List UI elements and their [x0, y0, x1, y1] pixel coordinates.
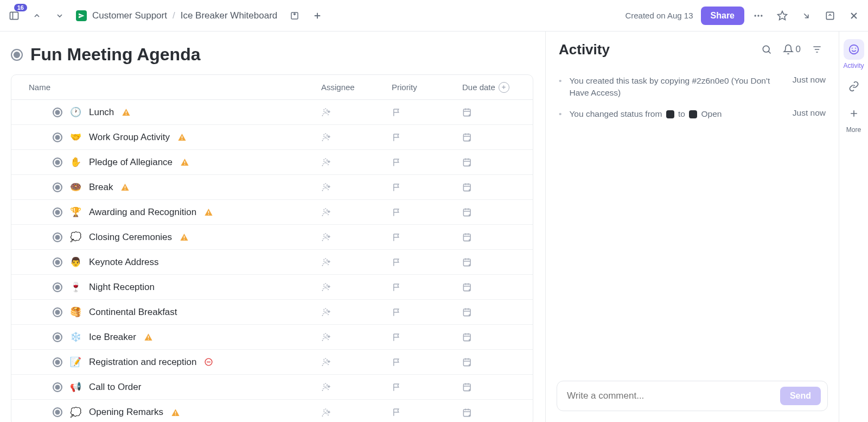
subtask-status-icon[interactable]: [53, 133, 62, 142]
priority-cell[interactable]: [392, 307, 462, 317]
subtask-status-icon[interactable]: [53, 332, 62, 342]
column-due-header[interactable]: Due date: [462, 83, 495, 92]
assignee-cell[interactable]: [321, 232, 392, 242]
assignee-cell[interactable]: [321, 132, 392, 142]
subtask-row[interactable]: 💭Opening Remarks: [11, 400, 533, 422]
search-activity-button[interactable]: [757, 40, 776, 59]
subtask-name[interactable]: Closing Ceremonies: [89, 232, 172, 243]
breadcrumb-parent[interactable]: Customer Support: [92, 10, 167, 21]
assignee-cell[interactable]: [321, 157, 392, 167]
due-date-cell[interactable]: [462, 132, 522, 142]
column-priority-header[interactable]: Priority: [392, 83, 462, 92]
subtask-name[interactable]: Opening Remarks: [89, 407, 163, 418]
due-date-cell[interactable]: [462, 157, 522, 167]
priority-cell[interactable]: [392, 232, 462, 242]
due-date-cell[interactable]: [462, 207, 522, 217]
subtask-row[interactable]: 🏆Awarding and Recognition: [11, 200, 533, 225]
due-date-cell[interactable]: [462, 257, 522, 267]
assignee-cell[interactable]: [321, 107, 392, 117]
subtask-status-icon[interactable]: [53, 108, 62, 117]
subtask-name[interactable]: Call to Order: [89, 382, 141, 393]
assignee-cell[interactable]: [321, 307, 392, 317]
priority-cell[interactable]: [392, 357, 462, 367]
subtask-name[interactable]: Break: [89, 182, 113, 193]
subtask-row[interactable]: 💭Closing Ceremonies: [11, 225, 533, 250]
assignee-cell[interactable]: [321, 357, 392, 367]
subtask-name[interactable]: Registration and reception: [89, 357, 196, 368]
subtask-name[interactable]: Night Reception: [89, 282, 155, 293]
rail-add-button[interactable]: More: [843, 103, 865, 134]
subtask-status-icon[interactable]: [53, 257, 62, 267]
due-date-cell[interactable]: [462, 182, 522, 192]
subtask-row[interactable]: 🥞Continental Breakfast: [11, 300, 533, 325]
task-title[interactable]: Fun Meeting Agenda: [30, 45, 200, 65]
subtask-row[interactable]: 🕐Lunch: [11, 100, 533, 125]
column-name-header[interactable]: Name: [29, 83, 321, 92]
rail-link-button[interactable]: [843, 76, 865, 97]
subtask-name[interactable]: Continental Breakfast: [89, 307, 177, 318]
assignee-cell[interactable]: [321, 332, 392, 342]
subtask-status-icon[interactable]: [53, 232, 62, 242]
filter-activity-button[interactable]: [807, 40, 827, 59]
due-date-cell[interactable]: [462, 332, 522, 342]
due-date-cell[interactable]: [462, 407, 522, 418]
rail-activity-button[interactable]: Activity: [843, 39, 865, 70]
subtask-name[interactable]: Ice Breaker: [89, 332, 136, 343]
assignee-cell[interactable]: [321, 282, 392, 292]
column-assignee-header[interactable]: Assignee: [321, 83, 392, 92]
assignee-cell[interactable]: [321, 382, 392, 392]
notifications-toggle[interactable]: 0: [783, 44, 801, 55]
subtask-name[interactable]: Awarding and Recognition: [89, 207, 196, 218]
due-date-cell[interactable]: [462, 232, 522, 242]
add-button[interactable]: [308, 6, 327, 26]
assignee-cell[interactable]: [321, 182, 392, 192]
next-task-button[interactable]: [50, 6, 69, 26]
assignee-cell[interactable]: [321, 207, 392, 217]
expand-button[interactable]: [820, 6, 840, 26]
breadcrumb-current[interactable]: Ice Breaker Whiteboard: [181, 10, 278, 21]
priority-cell[interactable]: [392, 332, 462, 342]
subtask-name[interactable]: Keynote Address: [89, 257, 159, 268]
subtask-row[interactable]: 🤝Work Group Activity: [11, 125, 533, 150]
subtask-row[interactable]: 👨Keynote Address: [11, 250, 533, 275]
send-button[interactable]: Send: [780, 387, 821, 405]
subtask-name[interactable]: Work Group Activity: [89, 132, 170, 143]
more-menu-button[interactable]: [749, 6, 768, 26]
subtask-status-icon[interactable]: [53, 158, 62, 167]
priority-cell[interactable]: [392, 133, 462, 142]
subtask-status-icon[interactable]: [53, 357, 62, 367]
subtask-name[interactable]: Pledge of Allegiance: [89, 157, 173, 168]
task-status-icon[interactable]: [11, 49, 23, 61]
priority-cell[interactable]: [392, 407, 462, 417]
priority-cell[interactable]: [392, 207, 462, 217]
priority-cell[interactable]: [392, 158, 462, 167]
assignee-cell[interactable]: [321, 257, 392, 267]
subtask-row[interactable]: ❄️Ice Breaker: [11, 325, 533, 350]
open-new-button[interactable]: [285, 6, 304, 26]
subtask-status-icon[interactable]: [53, 282, 62, 292]
due-date-cell[interactable]: [462, 107, 522, 117]
collapse-icon[interactable]: [796, 6, 816, 26]
due-date-cell[interactable]: [462, 382, 522, 392]
due-date-cell[interactable]: [462, 357, 522, 367]
subtask-name[interactable]: Lunch: [89, 107, 114, 118]
subtask-row[interactable]: 📢Call to Order: [11, 375, 533, 400]
due-date-cell[interactable]: [462, 282, 522, 292]
due-date-cell[interactable]: [462, 307, 522, 317]
add-column-button[interactable]: [499, 82, 509, 93]
subtask-status-icon[interactable]: [53, 307, 62, 317]
subtask-status-icon[interactable]: [53, 407, 62, 417]
subtask-row[interactable]: ✋Pledge of Allegiance: [11, 150, 533, 175]
subtask-status-icon[interactable]: [53, 207, 62, 217]
priority-cell[interactable]: [392, 257, 462, 267]
subtask-status-icon[interactable]: [53, 382, 62, 392]
comment-input[interactable]: [567, 390, 775, 401]
share-button[interactable]: Share: [701, 7, 744, 25]
subtask-row[interactable]: 🍩Break: [11, 175, 533, 200]
priority-cell[interactable]: [392, 182, 462, 192]
priority-cell[interactable]: [392, 282, 462, 292]
priority-cell[interactable]: [392, 382, 462, 392]
favorite-button[interactable]: [773, 6, 792, 26]
subtask-row[interactable]: 🍷Night Reception: [11, 275, 533, 300]
assignee-cell[interactable]: [321, 407, 392, 418]
